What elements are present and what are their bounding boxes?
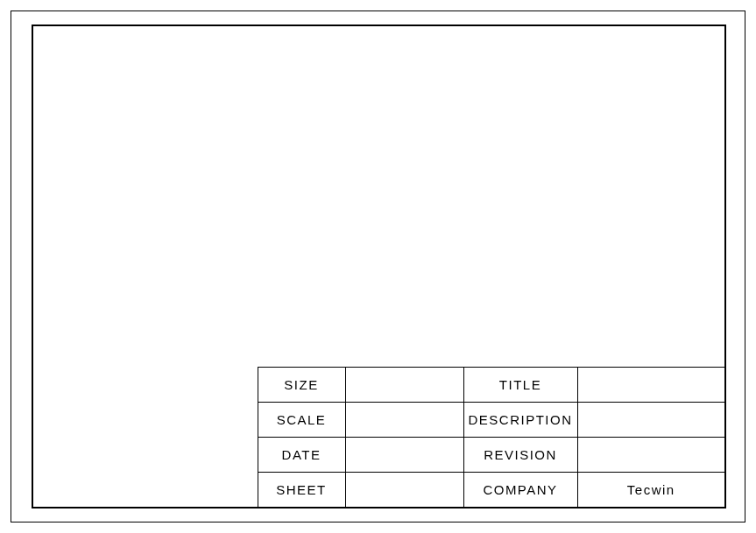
sheet-label: SHEET — [258, 472, 345, 507]
description-label: DESCRIPTION — [463, 402, 577, 437]
title-value — [577, 367, 724, 402]
description-value — [577, 402, 724, 437]
title-block-row: SHEET COMPANY Tecwin — [258, 472, 724, 507]
company-value: Tecwin — [577, 472, 724, 507]
date-label: DATE — [258, 437, 345, 472]
title-block: SIZE TITLE SCALE DESCRIPTION DATE REVISI… — [258, 367, 725, 508]
title-label: TITLE — [463, 367, 577, 402]
scale-value — [345, 402, 463, 437]
title-block-row: SIZE TITLE — [258, 367, 724, 402]
revision-label: REVISION — [463, 437, 577, 472]
drawing-frame: SIZE TITLE SCALE DESCRIPTION DATE REVISI… — [32, 25, 726, 508]
scale-label: SCALE — [258, 402, 345, 437]
size-label: SIZE — [258, 367, 345, 402]
date-value — [345, 437, 463, 472]
company-label: COMPANY — [463, 472, 577, 507]
sheet-value — [345, 472, 463, 507]
revision-value — [577, 437, 724, 472]
title-block-row: DATE REVISION — [258, 437, 724, 472]
title-block-row: SCALE DESCRIPTION — [258, 402, 724, 437]
size-value — [345, 367, 463, 402]
